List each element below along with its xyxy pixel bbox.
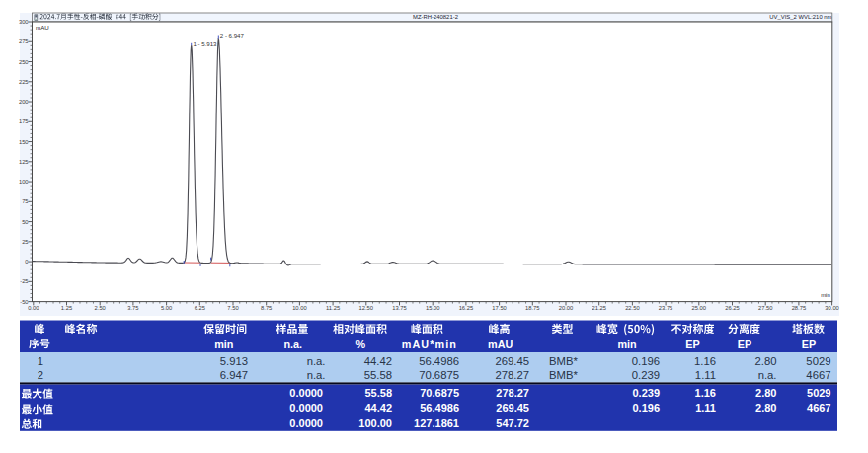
svg-text:1 - 5.913: 1 - 5.913 (193, 40, 217, 47)
svg-text:75: 75 (22, 198, 28, 204)
svg-text:269.45: 269.45 (495, 355, 529, 367)
svg-text:2.80: 2.80 (755, 387, 776, 399)
svg-text:5.913: 5.913 (220, 355, 248, 367)
svg-text:0.196: 0.196 (632, 402, 660, 414)
svg-text:11.25: 11.25 (326, 305, 340, 311)
svg-text:44.42: 44.42 (364, 355, 392, 367)
svg-text:100: 100 (19, 179, 29, 185)
svg-text:269.45: 269.45 (496, 402, 529, 414)
svg-text:7.50: 7.50 (227, 305, 238, 311)
svg-text:21.25: 21.25 (592, 305, 606, 311)
svg-text:-50: -50 (20, 299, 28, 305)
svg-text:EP: EP (685, 339, 699, 350)
svg-text:n.a.: n.a. (283, 339, 302, 350)
svg-text:EP: EP (738, 339, 751, 350)
svg-text:EP: EP (802, 339, 816, 350)
svg-text:18.75: 18.75 (525, 305, 540, 311)
svg-text:250: 250 (19, 59, 29, 65)
svg-text:5029: 5029 (807, 387, 830, 399)
svg-text:10.00: 10.00 (292, 305, 307, 311)
svg-text:16.25: 16.25 (459, 305, 474, 311)
svg-text:127.1861: 127.1861 (414, 417, 459, 429)
svg-text:23.75: 23.75 (659, 305, 673, 311)
svg-text:1.11: 1.11 (695, 369, 716, 381)
svg-text:15.00: 15.00 (426, 305, 440, 311)
svg-text:min: min (617, 339, 636, 350)
svg-text:2: 2 (38, 369, 43, 381)
svg-text:175: 175 (19, 118, 29, 124)
svg-text:-25: -25 (20, 278, 28, 284)
svg-text:0.00: 0.00 (28, 305, 39, 311)
svg-text:55.58: 55.58 (364, 369, 392, 381)
svg-text:4667: 4667 (806, 369, 830, 381)
svg-text:n.a.: n.a. (758, 369, 777, 381)
svg-text:17.50: 17.50 (492, 305, 507, 311)
svg-text:225: 225 (19, 79, 29, 85)
svg-text:13.75: 13.75 (392, 305, 407, 311)
svg-text:200: 200 (19, 99, 29, 105)
svg-text:25.00: 25.00 (692, 305, 707, 311)
svg-text:547.72: 547.72 (496, 417, 529, 429)
svg-text:UV_VIS_2 WVL:210 nm: UV_VIS_2 WVL:210 nm (769, 14, 831, 20)
svg-text:min: min (821, 292, 830, 298)
svg-text:150: 150 (19, 139, 29, 145)
svg-text:min: min (214, 339, 233, 350)
svg-text:1.16: 1.16 (695, 387, 716, 399)
svg-text:5.00: 5.00 (161, 305, 172, 311)
svg-text:mAU: mAU (36, 24, 49, 31)
svg-text:4667: 4667 (807, 402, 830, 414)
svg-text:5029: 5029 (806, 355, 830, 367)
svg-text:20.00: 20.00 (559, 305, 574, 311)
svg-text:0.0000: 0.0000 (289, 417, 323, 429)
svg-text:0.239: 0.239 (632, 369, 660, 381)
svg-text:22.50: 22.50 (625, 305, 640, 311)
svg-text:27.50: 27.50 (758, 305, 773, 311)
svg-text:26.25: 26.25 (725, 305, 740, 311)
svg-text:0.0000: 0.0000 (289, 387, 323, 399)
svg-text:1: 1 (38, 355, 43, 367)
svg-text:275: 275 (19, 38, 29, 44)
svg-text:8.75: 8.75 (261, 305, 272, 311)
svg-text:2.50: 2.50 (95, 305, 106, 311)
svg-text:1.25: 1.25 (61, 305, 72, 311)
svg-text:mAU*min: mAU*min (402, 339, 457, 350)
svg-text:300: 300 (19, 19, 29, 25)
svg-text:25: 25 (22, 239, 28, 245)
svg-text:1.16: 1.16 (694, 355, 716, 367)
svg-text:125: 125 (19, 159, 29, 165)
svg-text:0.196: 0.196 (632, 355, 660, 367)
svg-text:MZ-RH-240821-2: MZ-RH-240821-2 (413, 14, 458, 20)
svg-text:mAU: mAU (488, 339, 513, 350)
svg-text:3.75: 3.75 (127, 305, 138, 311)
svg-text:70.6875: 70.6875 (419, 369, 459, 381)
svg-text:55.58: 55.58 (364, 387, 392, 399)
svg-text:278.27: 278.27 (495, 369, 529, 381)
svg-text:70.6875: 70.6875 (420, 387, 459, 399)
svg-text:6.947: 6.947 (220, 369, 248, 381)
svg-text:1.11: 1.11 (695, 402, 716, 414)
svg-text:28.75: 28.75 (792, 305, 807, 311)
svg-text:BMB*: BMB* (549, 355, 578, 367)
svg-text:56.4986: 56.4986 (420, 402, 459, 414)
svg-text:2.80: 2.80 (755, 355, 777, 367)
svg-text:6.25: 6.25 (195, 305, 205, 311)
svg-text:2 - 6.947: 2 - 6.947 (220, 32, 245, 38)
svg-text:100.00: 100.00 (358, 417, 392, 429)
svg-text:30.00: 30.00 (825, 305, 839, 311)
svg-text:278.27: 278.27 (496, 387, 529, 399)
svg-text:0.0000: 0.0000 (289, 402, 323, 414)
svg-text:50: 50 (22, 219, 28, 225)
svg-text:%: % (356, 339, 366, 350)
svg-text:0: 0 (25, 259, 28, 264)
svg-text:12.50: 12.50 (359, 305, 374, 311)
svg-text:BMB*: BMB* (549, 369, 578, 381)
svg-text:2.80: 2.80 (755, 402, 776, 414)
svg-text:56.4986: 56.4986 (419, 355, 459, 367)
svg-text:44.42: 44.42 (364, 402, 392, 414)
svg-text:n.a.: n.a. (307, 369, 326, 381)
svg-text:0.239: 0.239 (632, 387, 660, 399)
svg-text:n.a.: n.a. (307, 355, 326, 367)
